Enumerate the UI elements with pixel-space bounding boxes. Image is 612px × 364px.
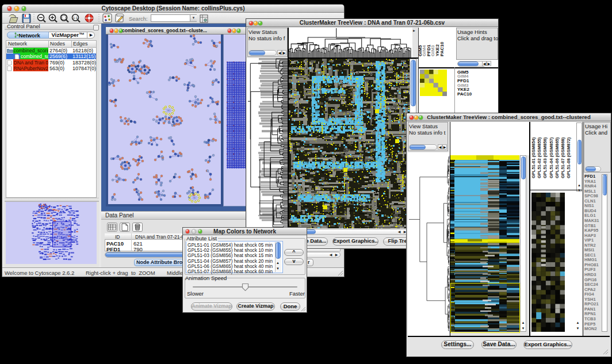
svg-text:PAC10: PAC10 [439,41,445,56]
svg-text:Search:: Search: [129,16,148,22]
svg-text:1:1: 1:1 [73,16,78,20]
svg-text:GPL51-04 (GSM857): GPL51-04 (GSM857) [549,137,554,178]
svg-text:GPL51-07 (GSM868): GPL51-07 (GSM868) [560,137,565,178]
svg-text:GPL51-06 (GSM865): GPL51-06 (GSM865) [554,137,560,178]
svg-text:GPL51-01 (GSM854): GPL51-01 (GSM854) [531,137,536,178]
svg-text:GPL51-08 (GSM872): GPL51-08 (GSM872) [566,137,571,178]
svg-text:GPL51-02 (GSM855): GPL51-02 (GSM855) [537,137,542,178]
svg-text:GPL51-03 (GSM856): GPL51-03 (GSM856) [542,137,548,178]
